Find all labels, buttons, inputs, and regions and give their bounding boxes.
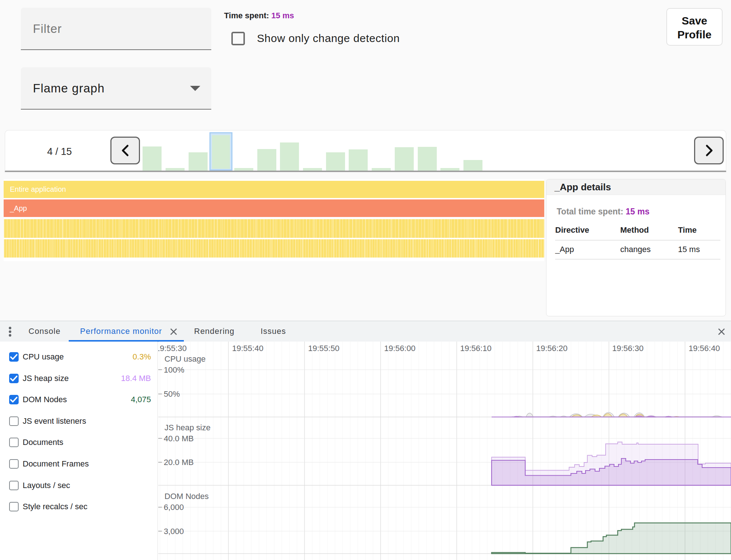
svg-text:100%: 100% [164, 365, 184, 374]
svg-text:19:55:50: 19:55:50 [308, 344, 340, 353]
svg-text:20.0 MB: 20.0 MB [164, 458, 194, 467]
svg-text:19:56:40: 19:56:40 [689, 344, 720, 353]
svg-text:19:56:10: 19:56:10 [460, 344, 492, 353]
svg-text:3,000: 3,000 [164, 527, 184, 536]
svg-text:DOM Nodes: DOM Nodes [164, 492, 209, 501]
svg-text:19:56:00: 19:56:00 [384, 344, 416, 353]
svg-text:40.0 MB: 40.0 MB [164, 434, 194, 443]
svg-text:19:55:40: 19:55:40 [232, 344, 264, 353]
svg-text:6,000: 6,000 [164, 503, 184, 512]
svg-text:50%: 50% [164, 389, 180, 399]
svg-text:CPU usage: CPU usage [164, 354, 206, 363]
svg-text:19:56:20: 19:56:20 [536, 344, 568, 353]
svg-text:19:55:30: 19:55:30 [158, 344, 187, 353]
svg-text:19:56:30: 19:56:30 [612, 344, 644, 353]
svg-text:JS heap size: JS heap size [164, 423, 211, 432]
